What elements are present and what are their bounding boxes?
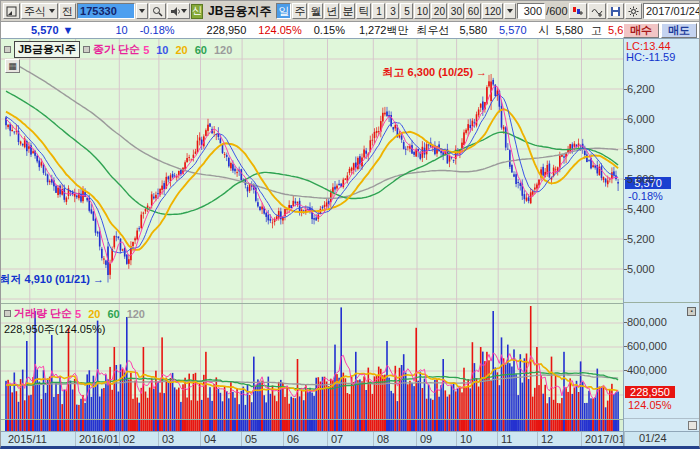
add-symbol-button[interactable] (569, 3, 587, 19)
period-button-월[interactable]: 월 (308, 3, 323, 19)
candle-total-label: /600 (546, 5, 567, 17)
x-axis-label: 11 (501, 433, 512, 445)
x-axis-separator (537, 432, 538, 446)
x-axis-label: 06 (287, 433, 299, 445)
price-axis-tick: 5,000 (627, 263, 655, 275)
search-icon (152, 6, 163, 17)
interval-button-30[interactable]: 30 (448, 3, 464, 19)
x-axis-separator (456, 432, 457, 446)
high-label: 고 (591, 23, 602, 38)
period-button-주[interactable]: 주 (292, 3, 307, 19)
add-indicator-button[interactable] (588, 3, 606, 19)
volume-legend: 거래량 단순 52060120 228,950주(124.05%) (4, 306, 304, 337)
stock-chart-window: 주식 전 신 JB금융지주 일주월년분틱 13510203060120 /600 (0, 0, 700, 449)
interval-button-1[interactable]: 1 (372, 3, 385, 19)
current-price: 5,570 (31, 24, 59, 36)
volume-current-text: 228,950주(124.05%) (4, 322, 304, 337)
x-axis-separator (327, 432, 328, 446)
gear-icon (628, 6, 639, 17)
asset-type-label: 주식 (24, 4, 46, 19)
current-price-pct: -0.18% (628, 190, 663, 202)
axis-column: LC:13.44 HC:-11.59 5,570 -0.18% 6,2006,0… (623, 39, 699, 446)
price-change: 10 (115, 24, 127, 36)
period-button-년[interactable]: 년 (324, 3, 339, 19)
x-axis-label: 07 (331, 433, 343, 445)
period-buttons: 일주월년분틱 (276, 3, 371, 19)
interval-dropdown[interactable] (504, 3, 516, 19)
save-button[interactable] (607, 3, 624, 19)
volume-chart-panel[interactable]: 거래량 단순 52060120 228,950주(124.05%) (1, 304, 623, 419)
volume-axis-tick: 400,000 (627, 364, 667, 376)
panel-minimize-icon[interactable]: ▪ (687, 307, 696, 316)
prev-stock-button[interactable]: 전 (59, 3, 76, 19)
period-button-분[interactable]: 분 (340, 3, 355, 19)
interval-button-60[interactable]: 60 (465, 3, 481, 19)
x-axis-separator (200, 432, 201, 446)
chevron-down-icon (49, 9, 55, 13)
last-date-label: 01/24 (624, 431, 699, 446)
code-dropdown-button[interactable] (136, 3, 148, 19)
new-listing-badge: 신 (191, 4, 203, 19)
sound-dropdown-button[interactable] (167, 3, 190, 19)
highest-price-annotation: 최고 6,300 (10/25) → (383, 65, 488, 80)
stock-code-input[interactable] (77, 3, 135, 19)
period-button-일[interactable]: 일 (276, 3, 291, 19)
interval-button-10[interactable]: 10 (414, 3, 430, 19)
date-input[interactable] (643, 3, 700, 19)
legend-toggle-icon[interactable] (83, 46, 90, 53)
x-axis-label: 02 (123, 433, 135, 445)
x-axis-separator (75, 432, 76, 446)
x-axis-label: 10 (460, 433, 472, 445)
scroll-strip[interactable] (1, 419, 623, 431)
asset-type-dropdown[interactable]: 주식 (21, 3, 58, 19)
candle-add-icon (572, 5, 584, 17)
x-axis-label: 2015/11 (8, 433, 47, 445)
interval-buttons: 13510203060120 (372, 3, 503, 19)
candle-count-input[interactable] (517, 3, 545, 19)
x-axis-label: 12 (541, 433, 553, 445)
buy-button[interactable]: 매수 (623, 23, 659, 38)
turnover-pct: 0.15% (314, 24, 345, 36)
best-quote-label: 최우선 (416, 23, 449, 38)
current-volume-box: 228,950 (625, 386, 675, 398)
speaker-icon (170, 6, 181, 17)
stock-name: JB금융지주 (204, 3, 275, 20)
price-axis: LC:13.44 HC:-11.59 5,570 -0.18% 6,2006,0… (624, 39, 699, 302)
volume-ma-period-5: 5 (75, 308, 81, 320)
price-chart-panel[interactable]: JB금융지주 종가 단순 5102060120 ▦ 최고 6,300 (10/2… (1, 39, 623, 303)
price-axis-tick: 5,600 (627, 173, 655, 185)
settings-button[interactable] (625, 3, 642, 19)
volume-legend-name: 거래량 (14, 306, 47, 321)
interval-button-120[interactable]: 120 (482, 3, 503, 19)
price-axis-tick: 6,200 (627, 83, 655, 95)
price-chart-svg[interactable] (1, 39, 623, 303)
grid-toggle-button[interactable]: ▦ (5, 59, 20, 73)
interval-button-20[interactable]: 20 (431, 3, 447, 19)
price-axis-tick: 5,800 (627, 143, 655, 155)
volume-ratio: 124.05% (258, 24, 301, 36)
stock-search-button[interactable] (149, 3, 166, 19)
interval-button-5[interactable]: 5 (400, 3, 413, 19)
scrollbar-corner (624, 418, 699, 431)
chevron-down-icon (507, 9, 513, 13)
x-axis-separator (416, 432, 417, 446)
best-bid: 5,570 (499, 24, 527, 36)
down-arrow-icon: ▼ (63, 24, 74, 36)
legend-stock-name[interactable]: JB금융지주 (14, 41, 80, 58)
legend-toggle-icon[interactable] (4, 310, 11, 317)
save-icon (610, 6, 621, 17)
volume-ma-period-20: 20 (88, 308, 100, 320)
scrollbar-handle[interactable] (688, 421, 697, 430)
period-button-틱[interactable]: 틱 (356, 3, 371, 19)
volume-legend-series: 단순 (50, 306, 72, 321)
legend-toggle-icon[interactable] (4, 46, 11, 53)
trendline-add-icon (591, 5, 603, 17)
sell-button[interactable]: 매도 (661, 23, 697, 38)
window-link-button[interactable] (3, 3, 20, 19)
x-axis-separator (241, 432, 242, 446)
interval-button-3[interactable]: 3 (386, 3, 399, 19)
x-axis-labels: 2015/112016/0102030405060708091011122017… (1, 431, 623, 446)
quote-bar: 5,570 ▼ 10 -0.18% 228,950 124.05% 0.15% … (1, 21, 699, 39)
x-axis-label: 04 (204, 433, 216, 445)
trade-value: 1,272백만 (359, 23, 409, 38)
